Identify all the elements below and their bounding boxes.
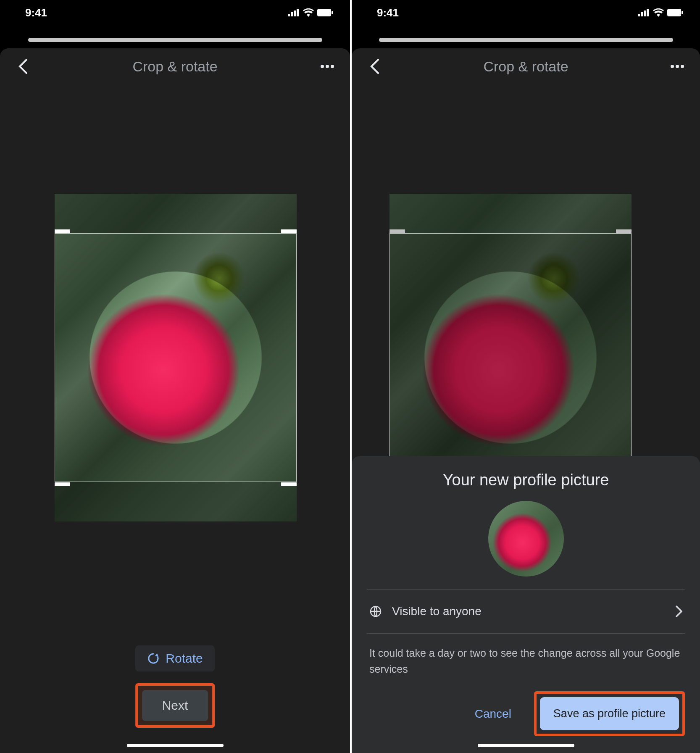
crop-handle-top-left[interactable]	[55, 229, 70, 249]
cellular-icon	[638, 9, 650, 16]
rotate-label: Rotate	[166, 651, 203, 666]
app-header: Crop & rotate	[352, 48, 700, 84]
svg-point-17	[681, 65, 684, 68]
next-button[interactable]: Next	[142, 690, 208, 721]
photo-container	[55, 194, 297, 521]
svg-rect-14	[682, 11, 683, 14]
chevron-left-icon	[18, 59, 27, 74]
preview-image	[488, 501, 564, 577]
crop-editor-app: Crop & rotate	[0, 48, 350, 753]
crop-handle-bottom-left[interactable]	[55, 466, 70, 486]
more-options-button[interactable]	[667, 56, 687, 76]
crop-circle-mask	[55, 234, 296, 482]
back-button[interactable]	[13, 56, 33, 76]
disclaimer-text: It could take a day or two to see the ch…	[367, 636, 685, 691]
status-bar: 9:41	[352, 0, 700, 25]
page-title: Crop & rotate	[132, 58, 217, 75]
status-icons	[288, 8, 333, 17]
battery-icon	[667, 9, 683, 16]
more-horizontal-icon	[671, 65, 684, 68]
sheet-grabber[interactable]	[379, 38, 673, 42]
screen-crop-rotate: 9:41 Crop & rotate	[0, 0, 350, 753]
crop-handle-bottom-right[interactable]	[281, 466, 297, 486]
rotate-button[interactable]: Rotate	[0, 640, 350, 677]
svg-point-7	[326, 65, 329, 68]
svg-rect-2	[294, 11, 296, 16]
wifi-icon	[653, 8, 664, 17]
sheet-actions: Cancel Save as profile picture	[367, 691, 685, 736]
crop-canvas[interactable]: Rotate Next	[0, 84, 350, 753]
svg-rect-10	[641, 12, 643, 16]
visibility-label: Visible to anyone	[392, 605, 666, 618]
back-button[interactable]	[364, 56, 384, 76]
globe-icon	[369, 605, 382, 618]
crop-frame	[389, 233, 632, 482]
divider	[367, 589, 685, 590]
battery-icon	[317, 9, 333, 16]
crop-editor-app: Crop & rotate Your ne	[352, 48, 700, 753]
crop-circle-mask	[390, 234, 631, 482]
sheet-grabber[interactable]	[28, 38, 322, 42]
svg-point-16	[676, 65, 679, 68]
cellular-icon	[288, 9, 300, 16]
wifi-icon	[303, 8, 314, 17]
svg-rect-5	[332, 11, 333, 14]
page-title: Crop & rotate	[483, 58, 568, 75]
crop-handle-top-right	[616, 229, 632, 249]
next-highlight: Next	[135, 683, 215, 728]
svg-rect-1	[291, 12, 293, 16]
save-highlight: Save as profile picture	[534, 691, 685, 736]
status-time: 9:41	[25, 6, 47, 19]
svg-point-8	[331, 65, 334, 68]
svg-rect-0	[288, 14, 290, 16]
svg-rect-12	[647, 9, 649, 16]
svg-rect-4	[317, 9, 331, 16]
profile-picture-preview	[488, 501, 564, 577]
status-time: 9:41	[377, 6, 399, 19]
photo	[55, 194, 297, 521]
visibility-row[interactable]: Visible to anyone	[367, 592, 685, 631]
svg-rect-11	[644, 11, 646, 16]
sheet-title: Your new profile picture	[367, 471, 685, 489]
crop-handle-top-left	[389, 229, 405, 249]
app-header: Crop & rotate	[0, 48, 350, 84]
chevron-right-icon	[676, 606, 682, 617]
more-horizontal-icon	[321, 65, 334, 68]
more-options-button[interactable]	[317, 56, 337, 76]
divider	[367, 633, 685, 634]
rotate-icon	[147, 652, 160, 665]
status-bar: 9:41	[0, 0, 350, 25]
status-icons	[638, 8, 683, 17]
svg-rect-3	[297, 9, 299, 16]
confirm-bottom-sheet: Your new profile picture Visible to anyo…	[352, 456, 700, 753]
svg-point-6	[321, 65, 324, 68]
home-indicator[interactable]	[478, 744, 574, 747]
svg-point-15	[671, 65, 674, 68]
home-indicator[interactable]	[127, 744, 224, 747]
svg-rect-9	[638, 14, 640, 16]
svg-rect-13	[667, 9, 681, 16]
chevron-left-icon	[370, 59, 379, 74]
save-as-profile-picture-button[interactable]: Save as profile picture	[540, 697, 679, 730]
screen-save-profile-picture: 9:41 Crop & rotate	[350, 0, 700, 753]
crop-frame[interactable]	[55, 233, 297, 482]
crop-handle-top-right[interactable]	[281, 229, 297, 249]
cancel-button[interactable]: Cancel	[463, 698, 523, 730]
